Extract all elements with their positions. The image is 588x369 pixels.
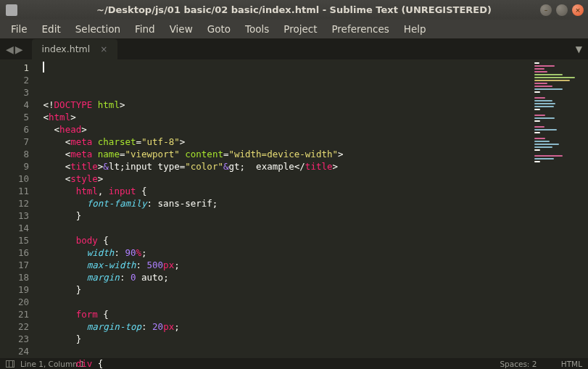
menu-preferences[interactable]: Preferences xyxy=(325,21,395,37)
maximize-button[interactable] xyxy=(556,4,568,16)
nav-arrows: ◀ ▶ xyxy=(0,43,29,55)
line-number: 5 xyxy=(0,111,29,123)
line-number: 10 xyxy=(0,173,29,185)
line-number: 4 xyxy=(0,99,29,111)
text-cursor xyxy=(43,62,44,72)
menu-edit[interactable]: Edit xyxy=(36,21,67,37)
tab-dropdown-icon[interactable]: ▼ xyxy=(576,44,582,54)
nav-back-icon[interactable]: ◀ xyxy=(6,43,14,55)
syntax-setting[interactable]: HTML xyxy=(539,360,582,368)
panel-switcher-icon[interactable] xyxy=(6,360,15,368)
line-number: 15 xyxy=(0,234,29,246)
line-number: 20 xyxy=(0,296,29,308)
line-number: 14 xyxy=(0,222,29,234)
line-number: 3 xyxy=(0,86,29,99)
line-gutter: 123456789101112131415161718192021222324 xyxy=(0,59,38,358)
indent-setting[interactable]: Spaces: 2 xyxy=(478,360,537,368)
line-number: 21 xyxy=(0,308,29,320)
line-number: 6 xyxy=(0,123,29,136)
menu-goto[interactable]: Goto xyxy=(201,21,237,37)
menu-view[interactable]: View xyxy=(163,21,199,37)
line-number: 12 xyxy=(0,197,29,210)
menu-tools[interactable]: Tools xyxy=(239,21,276,37)
minimap-content xyxy=(534,62,585,162)
minimize-button[interactable]: – xyxy=(540,4,552,16)
title-bar: ~/Desktop/js/01 basic/02 basic/index.htm… xyxy=(0,0,588,20)
tab-index-html[interactable]: index.html × xyxy=(32,39,118,59)
menu-find[interactable]: Find xyxy=(128,21,162,37)
line-number: 2 xyxy=(0,74,29,86)
line-number: 22 xyxy=(0,320,29,333)
tab-bar: ◀ ▶ index.html × ▼ xyxy=(0,38,588,59)
line-number: 16 xyxy=(0,246,29,259)
nav-forward-icon[interactable]: ▶ xyxy=(15,43,23,55)
line-number: 9 xyxy=(0,160,29,173)
window-controls: – × xyxy=(540,4,584,16)
window-title: ~/Desktop/js/01 basic/02 basic/index.htm… xyxy=(96,4,492,15)
minimap[interactable] xyxy=(523,59,588,358)
code-area[interactable]: <!DOCTYPE html> <html> <head> <meta char… xyxy=(38,59,523,358)
menu-selection[interactable]: Selection xyxy=(69,21,127,37)
line-number: 13 xyxy=(0,210,29,222)
line-number: 17 xyxy=(0,259,29,271)
line-number: 11 xyxy=(0,185,29,197)
line-number: 19 xyxy=(0,283,29,296)
line-number: 23 xyxy=(0,333,29,345)
menu-project[interactable]: Project xyxy=(277,21,323,37)
editor: 123456789101112131415161718192021222324 … xyxy=(0,59,588,358)
tab-label: index.html xyxy=(42,43,91,54)
menu-file[interactable]: File xyxy=(4,21,34,37)
tab-close-icon[interactable]: × xyxy=(100,44,107,54)
close-button[interactable]: × xyxy=(572,4,584,16)
menu-help[interactable]: Help xyxy=(397,21,433,37)
line-number: 8 xyxy=(0,148,29,160)
line-number: 24 xyxy=(0,345,29,357)
menu-bar: File Edit Selection Find View Goto Tools… xyxy=(0,20,588,38)
line-number: 1 xyxy=(0,62,29,74)
line-number: 18 xyxy=(0,271,29,283)
line-number: 7 xyxy=(0,136,29,148)
app-icon xyxy=(6,4,17,16)
